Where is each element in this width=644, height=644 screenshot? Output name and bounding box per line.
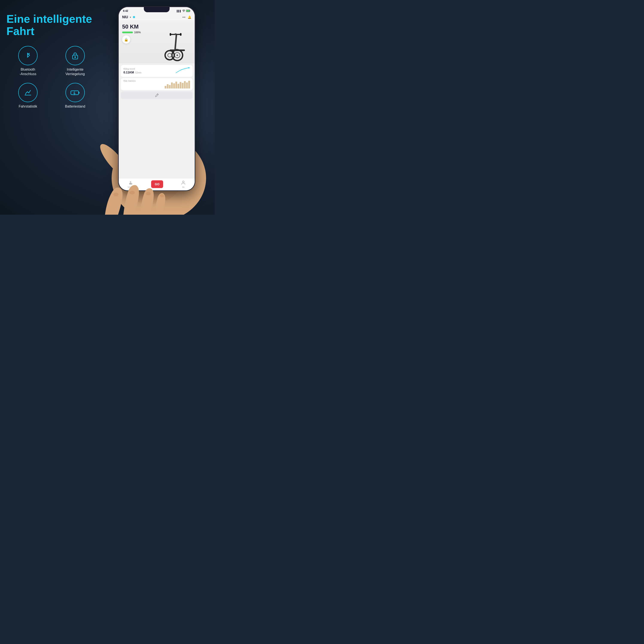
feature-battery: Batteriestand bbox=[54, 83, 97, 109]
me-icon bbox=[181, 180, 186, 186]
svg-point-36 bbox=[113, 193, 118, 196]
bluetooth-label: Bluetooth-Anschluss bbox=[20, 67, 36, 76]
ride-statistics-title: Ride Statistics bbox=[123, 80, 136, 82]
statistics-label: Fahrstatistik bbox=[19, 104, 37, 109]
bar-8 bbox=[180, 82, 181, 88]
scooter-info: 50 KM 100% bbox=[122, 23, 141, 34]
battery-label: Batteriestand bbox=[65, 104, 85, 109]
bar-5 bbox=[173, 83, 175, 88]
svg-point-13 bbox=[184, 12, 184, 12]
riding-record-chart bbox=[175, 67, 190, 75]
svg-point-24 bbox=[176, 55, 178, 56]
nav-me[interactable]: Me bbox=[181, 180, 186, 188]
bar-7 bbox=[178, 84, 179, 88]
phone-container: 6:42 ▌▌▌ bbox=[112, 6, 202, 208]
app-header: NIU ▼ ✱ ••• 🔔 bbox=[119, 14, 195, 20]
riding-record-label: Riding record bbox=[123, 68, 141, 70]
feature-statistics: Fahrstatistik bbox=[6, 83, 49, 109]
riding-record-card[interactable]: Riding record 0.11KM /12min bbox=[121, 65, 193, 77]
battery-bar: 100% bbox=[122, 31, 141, 34]
lock-button[interactable]: 🔒 bbox=[122, 35, 130, 44]
bluetooth-icon bbox=[24, 51, 32, 60]
feature-lock: IntelligenteVerriegelung bbox=[54, 46, 97, 76]
wifi-icon bbox=[182, 9, 185, 12]
signal-icon: ▌▌▌ bbox=[177, 10, 181, 12]
riding-record-info: Riding record 0.11KM /12min bbox=[123, 68, 141, 74]
svg-rect-20 bbox=[170, 33, 171, 36]
left-panel: Eine intelligente Fahrt Bluetooth-Anschl… bbox=[6, 13, 97, 109]
bar-11 bbox=[186, 82, 188, 88]
vehicle-label: Vehicle bbox=[128, 186, 133, 188]
bar-9 bbox=[182, 83, 184, 88]
lock-label: IntelligenteVerriegelung bbox=[65, 67, 85, 76]
phone-screen: 6:42 ▌▌▌ bbox=[119, 7, 195, 190]
phone-frame: 6:42 ▌▌▌ bbox=[118, 6, 195, 191]
scooter-distance: 50 KM bbox=[122, 23, 141, 30]
bar-3 bbox=[169, 85, 171, 88]
svg-point-25 bbox=[165, 51, 174, 60]
vehicle-icon bbox=[128, 180, 133, 186]
bar-chart bbox=[165, 80, 190, 88]
svg-rect-18 bbox=[174, 34, 177, 50]
svg-rect-27 bbox=[175, 33, 176, 34]
battery-percent: 100% bbox=[134, 31, 141, 34]
app-logo: NIU ▼ ✱ bbox=[122, 15, 135, 19]
battery-icon bbox=[70, 89, 80, 96]
bar-1 bbox=[165, 86, 166, 88]
cards-area: Riding record 0.11KM /12min bbox=[119, 63, 195, 178]
ride-statistics-card[interactable]: Ride Statistics bbox=[121, 78, 193, 90]
scooter-image bbox=[158, 23, 193, 61]
dropdown-arrow: ▼ bbox=[129, 16, 132, 18]
svg-marker-28 bbox=[188, 67, 190, 68]
edit-card[interactable] bbox=[121, 91, 193, 99]
lock-circle bbox=[65, 46, 85, 65]
header-bluetooth-icon: ✱ bbox=[133, 15, 135, 19]
svg-rect-1 bbox=[74, 56, 76, 58]
smart-lock-icon bbox=[71, 51, 79, 60]
bar-6 bbox=[175, 82, 177, 88]
bluetooth-circle bbox=[18, 46, 38, 65]
edit-icon bbox=[155, 93, 159, 97]
svg-rect-4 bbox=[79, 92, 79, 94]
person-icon bbox=[181, 180, 186, 185]
go-label: GO bbox=[155, 182, 159, 186]
battery-circle bbox=[65, 83, 85, 102]
scooter-nav-icon bbox=[128, 180, 133, 185]
riding-chart-svg bbox=[175, 67, 190, 74]
headline: Eine intelligente Fahrt bbox=[6, 13, 97, 37]
bar-4 bbox=[171, 82, 173, 88]
bottom-nav: Vehicle GO Me bbox=[119, 178, 195, 190]
header-actions: ••• 🔔 bbox=[182, 15, 191, 19]
phone-notch bbox=[144, 7, 170, 12]
svg-line-29 bbox=[157, 94, 158, 95]
scooter-illustration bbox=[158, 23, 193, 61]
more-icon[interactable]: ••• bbox=[182, 15, 185, 19]
svg-rect-16 bbox=[187, 10, 190, 12]
statistics-icon bbox=[24, 89, 32, 96]
svg-point-37 bbox=[129, 191, 135, 194]
svg-point-35 bbox=[182, 181, 184, 183]
feature-bluetooth: Bluetooth-Anschluss bbox=[6, 46, 49, 76]
battery-status-icon bbox=[186, 9, 190, 12]
bar-12 bbox=[188, 81, 190, 88]
status-time: 6:42 bbox=[123, 9, 128, 12]
svg-rect-15 bbox=[190, 11, 190, 11]
go-button[interactable]: GO bbox=[151, 180, 163, 188]
bell-icon[interactable]: 🔔 bbox=[188, 15, 191, 19]
svg-rect-21 bbox=[180, 33, 181, 36]
nav-vehicle[interactable]: Vehicle bbox=[128, 180, 133, 188]
svg-point-26 bbox=[168, 53, 172, 57]
riding-record-value: 0.11KM /12min bbox=[123, 70, 141, 74]
battery-fill bbox=[122, 32, 133, 33]
status-icons: ▌▌▌ bbox=[177, 9, 190, 12]
bar-10 bbox=[184, 81, 186, 88]
brand-name: NIU bbox=[122, 15, 128, 19]
headline-line2: Fahrt bbox=[6, 25, 34, 37]
svg-point-39 bbox=[160, 194, 164, 197]
scooter-area: 50 KM 100% 🔒 bbox=[119, 20, 195, 63]
bar-2 bbox=[167, 84, 169, 88]
phone-wrapper: 6:42 ▌▌▌ bbox=[118, 6, 195, 191]
me-label: Me bbox=[182, 186, 185, 188]
svg-point-38 bbox=[146, 192, 151, 195]
features-grid: Bluetooth-Anschluss IntelligenteVerriege… bbox=[6, 46, 97, 109]
